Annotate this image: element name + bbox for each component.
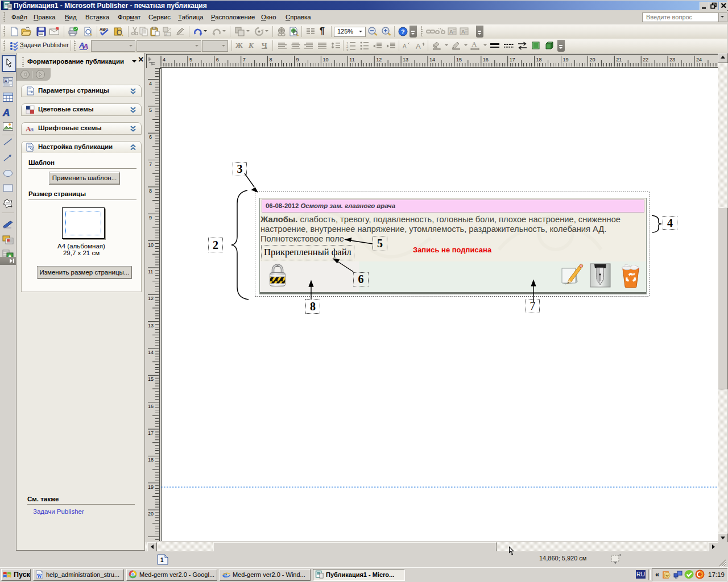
svg-text:A: A xyxy=(165,33,167,36)
svg-text:14: 14 xyxy=(429,57,435,63)
svg-text:16: 16 xyxy=(148,404,154,409)
svg-text:8: 8 xyxy=(270,57,272,63)
svg-text:4: 4 xyxy=(149,81,152,86)
svg-text:11: 11 xyxy=(148,269,153,275)
svg-text:W: W xyxy=(37,573,43,579)
svg-text:A: A xyxy=(2,107,10,118)
svg-text:14: 14 xyxy=(148,350,154,355)
svg-text:А: А xyxy=(82,42,88,51)
svg-text:9: 9 xyxy=(296,57,299,63)
svg-text:10: 10 xyxy=(148,242,154,248)
svg-text:3: 3 xyxy=(346,48,349,51)
svg-text:21: 21 xyxy=(616,57,622,63)
svg-text:6: 6 xyxy=(216,57,219,63)
svg-text:17: 17 xyxy=(148,430,154,436)
svg-text:11: 11 xyxy=(349,57,354,63)
svg-text:24: 24 xyxy=(696,57,702,63)
svg-text:7: 7 xyxy=(149,161,152,167)
svg-text:4: 4 xyxy=(163,57,166,63)
svg-text:17: 17 xyxy=(510,57,515,63)
svg-text:19: 19 xyxy=(563,57,569,63)
svg-text:5: 5 xyxy=(189,57,192,63)
svg-text:22: 22 xyxy=(643,57,648,63)
svg-text:13: 13 xyxy=(403,57,408,63)
svg-text:15: 15 xyxy=(148,376,154,382)
svg-text:A: A xyxy=(416,42,421,51)
svg-text:15: 15 xyxy=(456,57,462,63)
svg-text:20: 20 xyxy=(589,57,595,63)
svg-text:1: 1 xyxy=(160,557,164,563)
svg-text:12: 12 xyxy=(376,57,382,63)
svg-text:6: 6 xyxy=(149,134,152,140)
svg-text:A: A xyxy=(403,43,407,49)
svg-text:?: ? xyxy=(401,28,405,35)
svg-text:18: 18 xyxy=(536,57,542,63)
svg-text:13: 13 xyxy=(148,323,154,329)
svg-text:A: A xyxy=(461,29,465,35)
svg-text:5: 5 xyxy=(149,107,152,113)
svg-text:20: 20 xyxy=(148,511,154,517)
svg-text:9: 9 xyxy=(149,215,152,221)
svg-text:A: A xyxy=(449,29,453,35)
svg-text:A: A xyxy=(5,79,7,83)
svg-text:12: 12 xyxy=(148,296,154,301)
svg-text:a: a xyxy=(30,126,34,132)
svg-text:18: 18 xyxy=(148,457,154,463)
svg-text:10: 10 xyxy=(322,57,328,63)
svg-text:19: 19 xyxy=(148,484,154,490)
svg-text:23: 23 xyxy=(669,57,675,63)
svg-text:16: 16 xyxy=(483,57,489,63)
svg-text:8: 8 xyxy=(149,188,152,194)
svg-text:7: 7 xyxy=(243,57,246,63)
